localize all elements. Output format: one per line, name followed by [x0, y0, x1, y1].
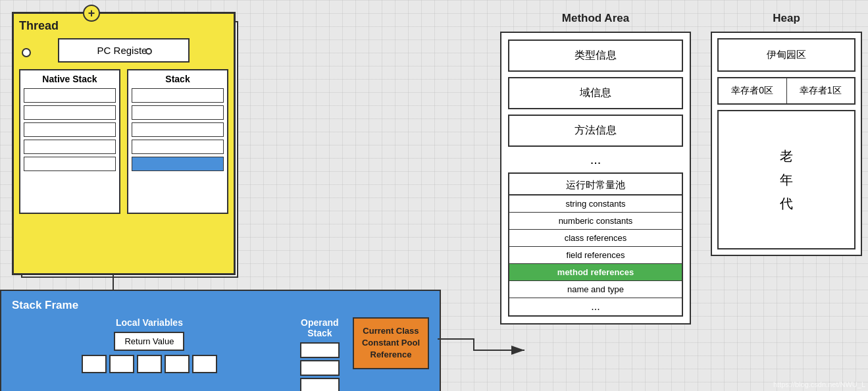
survivor-1: 幸存者1区 — [787, 78, 855, 103]
native-stack-row-4 — [24, 140, 116, 154]
local-var-3 — [137, 355, 162, 373]
old-gen-box: 老年代 — [717, 110, 855, 249]
small-circle-left — [22, 48, 31, 57]
survivor-0: 幸存者0区 — [719, 78, 787, 103]
local-var-5 — [192, 355, 217, 373]
thread-title: Thread — [19, 19, 228, 33]
heap-title: Heap — [711, 12, 862, 25]
heap-area: Heap 伊甸园区 幸存者0区 幸存者1区 老年代 — [711, 12, 862, 256]
thread-area: + Thread PC Register Native Stack Stack — [12, 12, 249, 288]
pc-register-box: PC Register — [58, 38, 190, 63]
pool-item-method: method references — [509, 264, 682, 281]
operand-cell-1 — [300, 342, 340, 358]
stack-box: Stack — [127, 69, 228, 214]
stack-frame: Stack Frame Local Variables Return Value… — [0, 290, 441, 391]
method-area-border: 类型信息 域信息 方法信息 ... 运行时常量池 string constant… — [500, 32, 691, 325]
eden-box: 伊甸园区 — [717, 38, 855, 72]
heap-border: 伊甸园区 幸存者0区 幸存者1区 老年代 — [711, 32, 862, 256]
pool-item-string: string constants — [509, 195, 682, 213]
native-stack-row-2 — [24, 105, 116, 120]
survivor-row: 幸存者0区 幸存者1区 — [717, 77, 855, 105]
pool-item-name: name and type — [509, 281, 682, 298]
stack-row-5-blue — [132, 157, 224, 171]
local-vars-section: Local Variables Return Value — [12, 317, 287, 373]
operand-stack-section: OperandStack — [300, 317, 340, 391]
operand-stack-col — [300, 342, 340, 391]
crosshair-icon: + — [83, 5, 100, 22]
stack-label: Stack — [132, 74, 224, 84]
current-class-box: Current ClassConstant PoolReference — [353, 317, 429, 369]
local-var-4 — [165, 355, 190, 373]
method-box-type: 类型信息 — [508, 39, 683, 72]
method-box-method: 方法信息 — [508, 115, 683, 147]
pool-dots: ... — [509, 298, 682, 315]
local-vars-boxes — [82, 355, 217, 373]
runtime-pool-box: 运行时常量池 string constants numberic constan… — [508, 172, 683, 317]
local-var-1 — [82, 355, 107, 373]
runtime-pool-title: 运行时常量池 — [509, 174, 682, 195]
operand-cell-2 — [300, 360, 340, 376]
method-box-field: 域信息 — [508, 77, 683, 109]
native-stack-row-1 — [24, 88, 116, 103]
stack-frame-inner: Local Variables Return Value OperandStac… — [12, 317, 429, 391]
stack-frame-title: Stack Frame — [12, 299, 429, 312]
stacks-row: Native Stack Stack — [19, 69, 228, 214]
small-circle-right — [145, 48, 152, 55]
pool-item-field: field references — [509, 247, 682, 264]
pool-item-numeric: numberic constants — [509, 213, 682, 230]
native-stack-row-5 — [24, 157, 116, 171]
return-value-box: Return Value — [114, 332, 184, 351]
thread-box: + Thread PC Register Native Stack Stack — [12, 12, 236, 275]
local-var-2 — [109, 355, 134, 373]
watermark: https://blog.csdn.net/NWU_L — [773, 380, 865, 388]
method-area: Method Area 类型信息 域信息 方法信息 ... 运行时常量池 str… — [500, 12, 691, 325]
stack-row-4 — [132, 140, 224, 154]
local-vars-label: Local Variables — [116, 317, 183, 328]
method-area-title: Method Area — [500, 12, 691, 25]
operand-stack-label: OperandStack — [301, 317, 339, 338]
pool-item-class: class references — [509, 230, 682, 247]
stackframe-to-method-arrow — [438, 339, 524, 350]
native-stack-label: Native Stack — [24, 74, 116, 84]
operand-cell-3 — [300, 378, 340, 391]
stack-row-1 — [132, 88, 224, 103]
stack-row-3 — [132, 122, 224, 137]
native-stack-box: Native Stack — [19, 69, 120, 214]
stack-row-2 — [132, 105, 224, 120]
arrow-line — [113, 275, 114, 291]
native-stack-row-3 — [24, 122, 116, 137]
method-dots: ... — [508, 152, 683, 167]
